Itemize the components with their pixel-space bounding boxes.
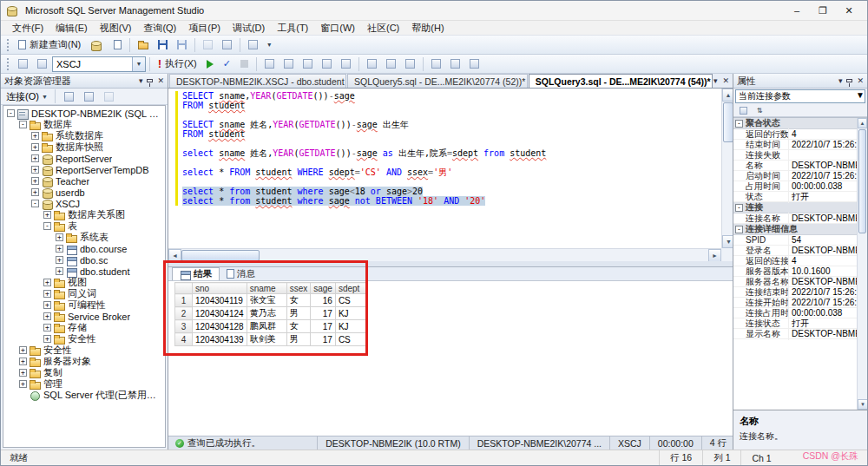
client-statistics-button[interactable] bbox=[337, 56, 355, 73]
window-layout-button[interactable] bbox=[244, 36, 262, 54]
results-to-text-button[interactable] bbox=[363, 56, 381, 73]
result-cell[interactable]: 17 bbox=[311, 333, 336, 346]
tree-expander[interactable]: - bbox=[7, 109, 15, 117]
tree-expander[interactable]: + bbox=[43, 324, 51, 331]
debug-button[interactable] bbox=[202, 56, 218, 73]
result-cell[interactable]: 男 bbox=[286, 307, 311, 320]
uncomment-button[interactable] bbox=[446, 56, 464, 73]
code-line[interactable]: select sname 姓名,YEAR(GETDATE())-sage as … bbox=[182, 148, 720, 158]
code-line[interactable]: select * from student where sage<18 or s… bbox=[182, 187, 720, 196]
chevron-down-icon[interactable]: ▼ bbox=[132, 57, 145, 71]
tree-expander[interactable]: + bbox=[31, 166, 39, 174]
row-number-cell[interactable]: 1 bbox=[175, 294, 193, 307]
tab-results[interactable]: 结果 bbox=[172, 267, 220, 280]
save-all-button[interactable] bbox=[173, 36, 191, 54]
menu-item[interactable]: 编辑(E) bbox=[49, 21, 94, 35]
tree-expander[interactable]: + bbox=[43, 211, 51, 219]
menu-item[interactable]: 社区(C) bbox=[361, 21, 405, 35]
result-cell[interactable]: 1204304139 bbox=[193, 333, 247, 346]
tree-expander[interactable]: + bbox=[31, 188, 39, 196]
result-cell[interactable]: KJ bbox=[335, 307, 366, 320]
activity-monitor-button[interactable] bbox=[218, 36, 236, 54]
tree-expander[interactable]: + bbox=[43, 335, 51, 343]
menu-item[interactable]: 文件(F) bbox=[6, 21, 49, 35]
tree-expander[interactable]: + bbox=[31, 177, 39, 185]
tree-item[interactable]: SQL Server 代理(已禁用代理 XP) bbox=[3, 390, 165, 401]
close-icon[interactable]: ✕ bbox=[857, 76, 864, 85]
results-to-grid-button[interactable] bbox=[382, 56, 400, 73]
database-engine-query-button[interactable] bbox=[86, 36, 108, 54]
tree-expander[interactable]: + bbox=[31, 132, 39, 140]
scrollbar-thumb[interactable] bbox=[858, 129, 866, 233]
maximize-button[interactable]: ❐ bbox=[810, 2, 836, 19]
scroll-left-arrow[interactable]: ◄ bbox=[168, 249, 181, 261]
tree-expander[interactable]: + bbox=[43, 301, 51, 309]
tree-expander[interactable]: + bbox=[31, 143, 39, 151]
column-header[interactable]: sno bbox=[193, 283, 247, 294]
parse-button[interactable]: ✓ bbox=[219, 56, 235, 73]
comment-button[interactable] bbox=[427, 56, 445, 73]
property-row[interactable]: 显示名称DESKTOP-NBME2IK bbox=[733, 329, 857, 339]
result-cell[interactable]: 16 bbox=[311, 294, 336, 307]
result-cell[interactable]: 女 bbox=[286, 320, 311, 333]
tree-expander[interactable]: + bbox=[19, 369, 27, 377]
analysis-query-button[interactable] bbox=[109, 36, 126, 54]
connect-button[interactable] bbox=[14, 56, 32, 73]
editor-tab[interactable]: SQLQuery3.sql - DE...ME2IK\20774 (54))* bbox=[529, 74, 713, 88]
close-document-icon[interactable]: ✕ bbox=[722, 76, 729, 85]
code-line[interactable]: FROM student bbox=[182, 129, 720, 139]
tree-expander[interactable]: + bbox=[19, 346, 27, 354]
pin-icon[interactable] bbox=[147, 79, 153, 82]
tree-item[interactable]: +系统表 bbox=[3, 232, 165, 243]
toolbar-grip[interactable] bbox=[6, 57, 10, 71]
toolbar-grip[interactable] bbox=[6, 38, 10, 52]
menu-item[interactable]: 调试(D) bbox=[227, 21, 271, 35]
intellisense-button[interactable] bbox=[299, 56, 317, 73]
tree-item[interactable]: +复制 bbox=[3, 367, 165, 378]
tree-item[interactable]: +安全性 bbox=[3, 333, 165, 345]
menu-item[interactable]: 帮助(H) bbox=[405, 21, 450, 35]
scroll-down-arrow[interactable]: ▼ bbox=[858, 399, 867, 410]
code-line[interactable] bbox=[182, 139, 720, 148]
result-cell[interactable]: 1204304119 bbox=[193, 294, 247, 307]
menu-item[interactable]: 工具(T) bbox=[271, 21, 314, 35]
scrollbar-thumb[interactable] bbox=[181, 250, 260, 261]
section-expander[interactable]: - bbox=[735, 120, 743, 128]
row-number-cell[interactable]: 2 bbox=[175, 307, 193, 320]
tree-expander[interactable]: - bbox=[19, 121, 27, 128]
column-header[interactable]: ssex bbox=[286, 283, 311, 294]
toolbar-overflow-button[interactable]: ▾ bbox=[263, 36, 275, 54]
tree-item[interactable]: +dbo.sc bbox=[3, 254, 165, 266]
minimize-button[interactable]: – bbox=[784, 2, 810, 19]
chevron-down-icon[interactable]: ▾ bbox=[838, 76, 843, 85]
properties-object-combobox[interactable]: 当前连接参数 ▼ bbox=[735, 89, 865, 103]
stop-button[interactable] bbox=[100, 88, 118, 105]
tab-messages[interactable]: 消息 bbox=[220, 267, 262, 280]
menu-item[interactable]: 项目(P) bbox=[182, 21, 227, 35]
filter-button[interactable] bbox=[80, 88, 98, 105]
tree-item[interactable]: +userdb bbox=[3, 187, 165, 198]
code-line[interactable] bbox=[182, 158, 720, 167]
result-cell[interactable]: CS bbox=[335, 333, 366, 346]
code-area[interactable]: SELECT sname,YEAR(GETDATE())-sageFROM st… bbox=[182, 91, 720, 206]
result-cell[interactable]: 17 bbox=[311, 320, 336, 333]
tree-expander[interactable]: - bbox=[43, 222, 51, 230]
change-connection-button[interactable] bbox=[33, 56, 51, 73]
open-file-button[interactable] bbox=[134, 36, 153, 54]
section-expander[interactable]: - bbox=[735, 226, 743, 233]
tree-item[interactable]: +服务器对象 bbox=[3, 356, 165, 367]
close-button[interactable]: ✕ bbox=[836, 2, 862, 19]
column-header[interactable]: sdept bbox=[335, 283, 366, 294]
tree-expander[interactable]: + bbox=[43, 312, 51, 320]
tree-expander[interactable]: + bbox=[56, 245, 63, 253]
print-button[interactable] bbox=[199, 36, 217, 54]
result-cell[interactable]: CS bbox=[335, 294, 366, 307]
scroll-right-arrow[interactable]: ► bbox=[708, 249, 721, 261]
code-line[interactable]: select * from student where sage not BET… bbox=[182, 196, 720, 206]
column-header[interactable]: sage bbox=[311, 283, 336, 294]
active-files-dropdown-icon[interactable]: ▾ bbox=[713, 76, 718, 85]
property-section[interactable]: -连接详细信息 bbox=[733, 224, 857, 235]
result-cell[interactable]: 张文宝 bbox=[247, 294, 286, 307]
results-grid[interactable]: snosnamessexsagesdept11204304119张文宝女16CS… bbox=[174, 282, 367, 346]
tree-item[interactable]: +ReportServerTempDB bbox=[3, 164, 165, 175]
